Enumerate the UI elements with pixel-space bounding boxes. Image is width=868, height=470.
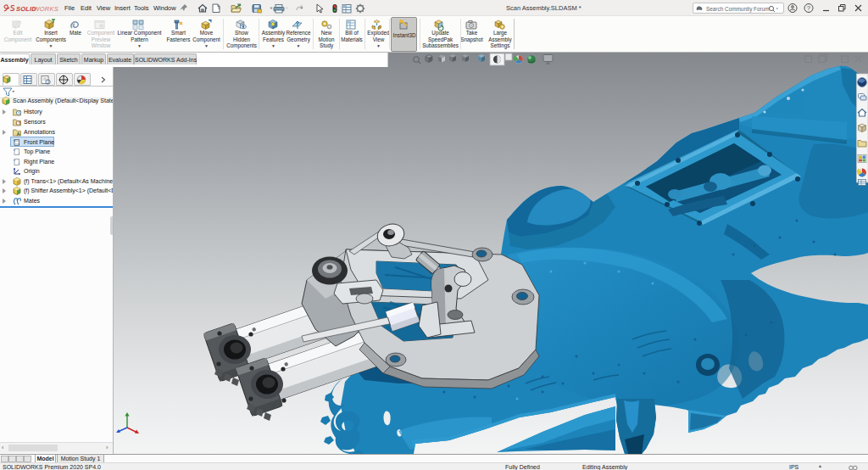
svg-text:WORKS: WORKS [34,5,58,13]
svg-text:?: ? [807,4,810,12]
svg-text:A: A [17,131,21,136]
